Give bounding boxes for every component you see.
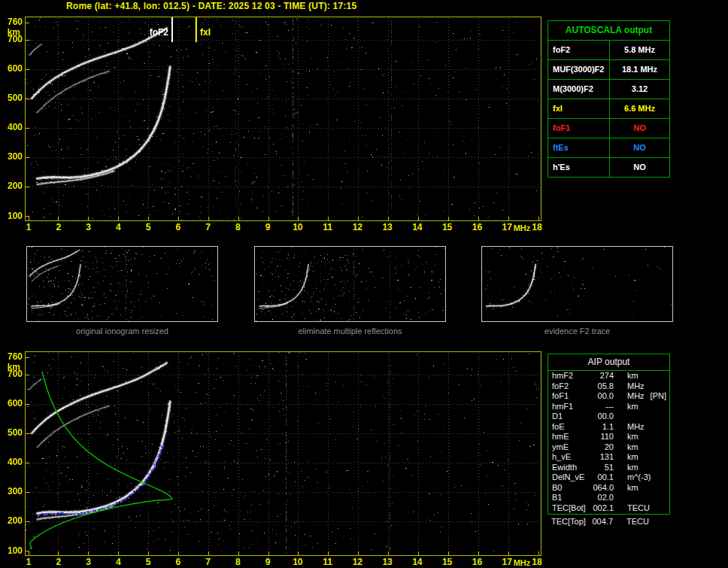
aip-unit: m^(-3): [614, 472, 651, 483]
autoscala-param-name: fxI: [548, 99, 610, 118]
y-tick-label-200-top: 200: [0, 181, 23, 191]
aip-output-header: AIP output: [548, 354, 669, 371]
aip-val: 002.1: [591, 503, 614, 514]
x-tick-label-4-top: 4: [108, 223, 129, 232]
aip-row-hmF2: hmF2274km: [548, 371, 669, 381]
y-tick-label-300-bottom: 300: [0, 487, 23, 497]
aip-row-TEC[Bot]: TEC[Bot]002.1TECU: [548, 503, 669, 514]
y-tick-label-100-bottom: 100: [0, 546, 23, 556]
autoscala-row-foF1: foF1NO: [548, 119, 669, 138]
aip-extra: [PN]: [645, 391, 666, 402]
x-tick-label-5-bottom: 5: [138, 557, 159, 567]
aip-row-hmE: hmE110km: [548, 432, 669, 442]
aip-name: DelN_vE: [548, 472, 591, 483]
aip-name: hmE: [548, 432, 591, 442]
aip-name: foF2: [548, 381, 591, 392]
aip-val: 20: [591, 442, 614, 453]
y-tick-label-400-top: 400: [0, 123, 23, 132]
x-tick-label-4-bottom: 4: [108, 557, 129, 567]
y-tick-label-600-bottom: 600: [0, 399, 23, 409]
x-tick-label-15-top: 15: [437, 223, 458, 232]
aip-row-h_vE: h_vE131km: [548, 452, 669, 463]
aip-row-D1: D100.0: [548, 412, 669, 422]
x-tick-label-8-bottom: 8: [227, 557, 248, 567]
x-tick-label-15-bottom: 15: [437, 557, 458, 567]
aip-name: D1: [548, 412, 591, 422]
aip-unit: km: [614, 402, 639, 412]
aip-row-TEC[Top]: TEC[Top]004.7TECU: [548, 517, 670, 527]
y-tick-label-300-top: 300: [0, 152, 23, 162]
aip-unit: TECU: [614, 503, 650, 514]
aip-unit: km: [614, 452, 639, 463]
autoscala-param-name: ftEs: [548, 138, 610, 157]
aip-unit: TECU: [613, 517, 649, 527]
autoscala-param-name: MUF(3000)F2: [548, 60, 610, 79]
fxI-marker-label: fxI: [200, 27, 211, 38]
aip-name: TEC[Bot]: [548, 503, 591, 514]
aip-name: B0: [548, 483, 591, 494]
aip-name: h_vE: [548, 452, 591, 463]
x-tick-label-6-top: 6: [168, 223, 189, 232]
x-tick-label-8-top: 8: [227, 223, 248, 232]
aip-name: hmF1: [548, 402, 591, 412]
autoscala-rows: foF25.8 MHzMUF(3000)F218.1 MHzM(3000)F23…: [548, 41, 669, 177]
aip-val: 004.7: [590, 517, 613, 527]
x-tick-label-14-top: 14: [407, 223, 428, 232]
aip-val: 110: [591, 432, 614, 442]
autoscala-param-value: 18.1 MHz: [610, 60, 669, 79]
autoscala-param-name: M(3000)F2: [548, 80, 610, 99]
x-tick-label-3-top: 3: [78, 223, 99, 232]
aip-unit: [614, 412, 627, 422]
x-tick-label-9-top: 9: [257, 223, 278, 232]
x-tick-label-13-bottom: 13: [377, 557, 398, 567]
autoscala-row-fxI: fxI6.6 MHz: [548, 99, 669, 119]
aip-name: foE: [548, 422, 591, 433]
aip-row-foE: foE1.1MHz: [548, 422, 669, 433]
x-tick-label-9-bottom: 9: [257, 557, 278, 567]
x-tick-label-2-bottom: 2: [48, 557, 69, 567]
aip-unit: MHz: [614, 422, 645, 433]
x-tick-label-16-bottom: 16: [466, 557, 487, 567]
x-tick-label-12-top: 12: [347, 223, 368, 232]
autoscala-row-M(3000)F2: M(3000)F23.12: [548, 80, 669, 99]
y-tick-label-600-top: 600: [0, 64, 23, 74]
aip-row-ymE: ymE20km: [548, 442, 669, 453]
autoscala-param-value: 6.6 MHz: [610, 99, 669, 118]
aip-val: 1.1: [591, 422, 614, 433]
ionogram-plot-top: [25, 17, 541, 221]
aip-name: hmF2: [548, 371, 591, 381]
foF2-marker-label: foF2: [123, 27, 168, 38]
y-tick-label-760-bottom: 760: [0, 352, 23, 362]
autoscala-param-value: NO: [610, 138, 669, 157]
autoscala-param-name: h'Es: [548, 158, 610, 177]
y-axis-unit-top: km: [0, 28, 20, 38]
thumbnail-no-multiples: [254, 246, 446, 322]
aip-unit: MHz: [614, 391, 645, 402]
aip-tec-top-row-container: TEC[Top]004.7TECU: [548, 517, 670, 527]
thumbnail-canvas-f2-trace: [482, 247, 672, 321]
autoscala-param-name: foF2: [548, 41, 610, 59]
y-tick-label-500-bottom: 500: [0, 428, 23, 438]
x-tick-label-6-bottom: 6: [168, 557, 189, 567]
x-tick-label-7-top: 7: [198, 223, 219, 232]
autoscala-row-ftEs: ftEsNO: [548, 138, 669, 158]
aip-val: 51: [591, 463, 614, 473]
aip-val: 274: [591, 371, 614, 381]
ionogram-canvas-bottom: [26, 352, 541, 555]
aip-val: 05.8: [591, 381, 614, 392]
aip-unit: km: [614, 442, 639, 453]
aip-unit: [614, 493, 627, 503]
autoscala-app-window: Rome (lat: +41.8, lon: 012.5) - DATE: 20…: [0, 0, 728, 568]
thumbnail-caption-f2-trace: evidence F2 trace: [481, 327, 673, 336]
autoscala-row-MUF(3000)F2: MUF(3000)F218.1 MHz: [548, 60, 669, 80]
aip-rows: hmF2274kmfoF205.8MHzfoF100.0MHz[PN]hmF1-…: [548, 371, 669, 513]
y-axis-unit-bottom: km: [0, 363, 20, 372]
thumbnail-original-ionogram: [26, 246, 218, 322]
x-tick-label-13-top: 13: [377, 223, 398, 232]
x-tick-label-12-bottom: 12: [347, 557, 368, 567]
autoscala-row-foF2: foF25.8 MHz: [548, 41, 669, 60]
aip-val: 00.1: [591, 472, 614, 483]
aip-unit: km: [614, 483, 639, 494]
aip-name: Ewidth: [548, 463, 591, 473]
aip-row-Ewidth: Ewidth51km: [548, 463, 669, 473]
